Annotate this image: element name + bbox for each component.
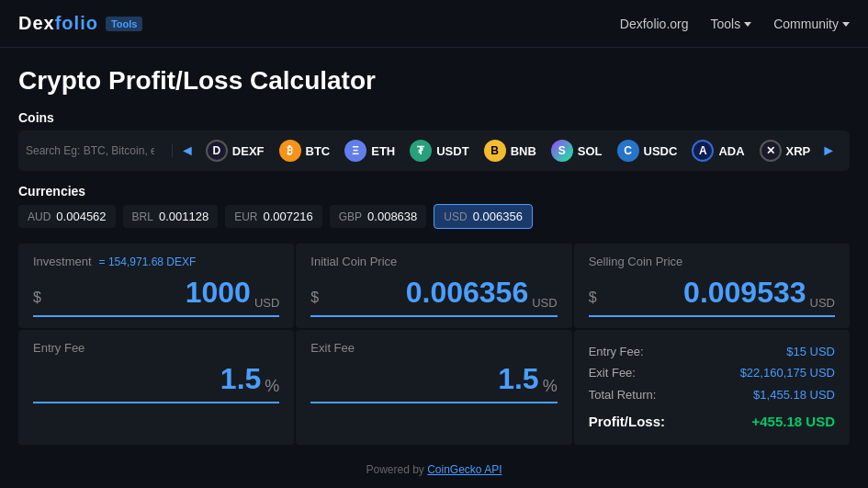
entry-fee-result-label: Entry Fee: <box>589 341 644 362</box>
initial-price-unit: USD <box>532 296 557 310</box>
dexf-label: DEXF <box>232 144 265 158</box>
investment-input-row: $ 1000 USD <box>33 276 279 317</box>
currency-aud[interactable]: AUD 0.004562 <box>18 205 116 228</box>
eth-label: ETH <box>371 144 395 158</box>
logo: Dexfolio <box>18 13 98 34</box>
selling-price-label: Selling Coin Price <box>589 255 835 268</box>
calculator-row-1: Investment = 154,971.68 DEXF $ 1000 USD … <box>18 244 850 328</box>
page-title: Crypto Profit/Loss Calculator <box>18 66 850 96</box>
usdt-label: USDT <box>436 144 468 158</box>
initial-price-card: Initial Coin Price $ 0.006356 USD <box>296 244 571 328</box>
scroll-left-icon[interactable]: ◄ <box>176 142 198 159</box>
bnb-label: BNB <box>511 144 536 158</box>
coins-row: ◄ D DEXF ₿ BTC Ξ ETH ₮ USDT B BNB S SOL … <box>18 131 850 171</box>
btc-coin-icon: ₿ <box>279 140 301 162</box>
investment-value[interactable]: 1000 <box>45 276 251 310</box>
result-entry-fee: Entry Fee: $15 USD <box>589 341 835 362</box>
investment-card: Investment = 154,971.68 DEXF $ 1000 USD <box>18 244 294 328</box>
nav-community[interactable]: Community <box>773 17 850 31</box>
entry-fee-label: Entry Fee <box>33 341 279 355</box>
currency-gbp[interactable]: GBP 0.008638 <box>330 205 427 228</box>
entry-fee-result-value: $15 USD <box>786 341 835 362</box>
selling-price-value[interactable]: 0.009533 <box>601 276 806 310</box>
coin-search-input[interactable] <box>26 144 154 157</box>
chevron-down-icon <box>744 22 751 27</box>
profit-loss-value: +455.18 USD <box>752 409 835 434</box>
ada-coin-icon: A <box>692 140 714 162</box>
coin-eth[interactable]: Ξ ETH <box>337 136 402 165</box>
entry-fee-value[interactable]: 1.5 <box>33 362 261 396</box>
investment-label: Investment = 154,971.68 DEXF <box>33 255 279 268</box>
total-return-value: $1,455.18 USD <box>753 384 835 405</box>
ada-label: ADA <box>718 144 744 158</box>
selling-price-unit: USD <box>810 296 835 310</box>
investment-unit: USD <box>254 296 279 310</box>
profit-loss-row: Profit/Loss: +455.18 USD <box>589 409 835 434</box>
nav-dexfolio[interactable]: Dexfolio.org <box>620 17 689 31</box>
result-total-return: Total Return: $1,455.18 USD <box>589 384 835 405</box>
bnb-coin-icon: B <box>484 140 506 162</box>
initial-price-label: Initial Coin Price <box>310 255 557 268</box>
exit-fee-card: Exit Fee 1.5 % <box>296 330 571 445</box>
header: Dexfolio Tools Dexfolio.org Tools Commun… <box>0 0 868 48</box>
btc-label: BTC <box>306 144 331 158</box>
xrp-coin-icon: ✕ <box>760 140 782 162</box>
footer: Powered by CoinGecko API <box>0 454 868 485</box>
currency-eur[interactable]: EUR 0.007216 <box>225 205 322 228</box>
coin-btc[interactable]: ₿ BTC <box>272 136 338 165</box>
coin-sol[interactable]: S SOL <box>544 136 610 165</box>
results-card: Entry Fee: $15 USD Exit Fee: $22,160,175… <box>574 330 850 445</box>
nav: Dexfolio.org Tools Community <box>620 17 850 31</box>
exit-fee-unit: % <box>543 377 558 396</box>
chevron-down-icon <box>842 22 850 27</box>
currency-usd[interactable]: USD 0.006356 <box>434 204 533 229</box>
exit-fee-label: Exit Fee <box>310 341 557 355</box>
coin-search-area <box>26 144 173 157</box>
initial-price-input-row: $ 0.006356 USD <box>310 276 557 317</box>
coins-label: Coins <box>18 110 850 125</box>
eth-coin-icon: Ξ <box>344 140 366 162</box>
entry-fee-unit: % <box>265 377 279 396</box>
initial-price-value[interactable]: 0.006356 <box>322 276 528 310</box>
usdc-coin-icon: C <box>617 140 639 162</box>
nav-tools[interactable]: Tools <box>711 17 752 31</box>
logo-area: Dexfolio Tools <box>18 13 142 34</box>
dollar-sign: $ <box>33 289 41 306</box>
coin-dexf[interactable]: D DEXF <box>198 136 272 165</box>
profit-loss-label: Profit/Loss: <box>589 409 665 434</box>
exit-fee-input-row: 1.5 % <box>310 362 557 403</box>
usdc-label: USDC <box>644 144 678 158</box>
entry-fee-input-row: 1.5 % <box>33 362 279 403</box>
dollar-sign-2: $ <box>310 289 319 306</box>
coingecko-link[interactable]: CoinGecko API <box>427 463 502 476</box>
coin-usdt[interactable]: ₮ USDT <box>402 136 476 165</box>
coin-usdc[interactable]: C USDC <box>610 136 685 165</box>
xrp-label: XRP <box>786 144 811 158</box>
entry-fee-card: Entry Fee 1.5 % <box>18 330 294 445</box>
coin-ada[interactable]: A ADA <box>684 136 751 165</box>
calculator-row-2: Entry Fee 1.5 % Exit Fee 1.5 % Entry Fee… <box>18 330 850 445</box>
scroll-right-icon[interactable]: ► <box>817 142 840 159</box>
usdt-coin-icon: ₮ <box>410 140 432 162</box>
coin-bnb[interactable]: B BNB <box>477 136 544 165</box>
result-exit-fee: Exit Fee: $22,160,175 USD <box>589 362 835 383</box>
exit-fee-value[interactable]: 1.5 <box>310 362 538 396</box>
currencies-row: AUD 0.004562 BRL 0.001128 EUR 0.007216 G… <box>18 204 850 229</box>
result-lines: Entry Fee: $15 USD Exit Fee: $22,160,175… <box>589 341 835 434</box>
sol-label: SOL <box>578 144 603 158</box>
selling-price-card: Selling Coin Price $ 0.009533 USD <box>574 244 850 328</box>
dollar-sign-3: $ <box>589 289 597 306</box>
dexf-coin-icon: D <box>206 140 228 162</box>
main-content: Crypto Profit/Loss Calculator Coins ◄ D … <box>0 48 868 454</box>
currencies-label: Currencies <box>18 184 850 199</box>
tools-badge: Tools <box>106 17 143 31</box>
coin-xrp[interactable]: ✕ XRP <box>752 136 818 165</box>
exit-fee-result-value: $22,160,175 USD <box>740 362 835 383</box>
currency-brl[interactable]: BRL 0.001128 <box>123 205 219 228</box>
selling-price-input-row: $ 0.009533 USD <box>589 276 835 317</box>
sol-coin-icon: S <box>551 140 573 162</box>
total-return-label: Total Return: <box>589 384 657 405</box>
exit-fee-result-label: Exit Fee: <box>589 362 636 383</box>
